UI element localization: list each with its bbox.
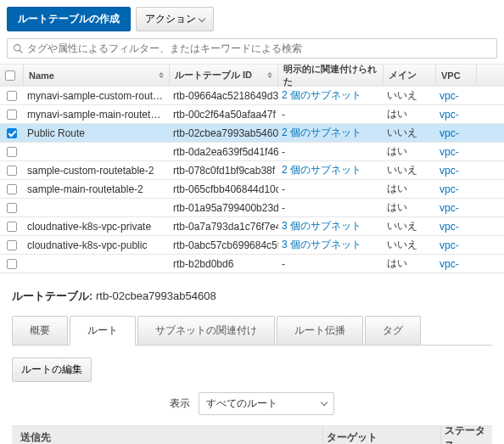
cell-vpc[interactable]: vpc-	[436, 90, 477, 102]
cell-assoc[interactable]: 2 個のサブネット	[278, 163, 384, 177]
cell-main: いいえ	[384, 88, 436, 103]
col-header-destination[interactable]: 送信先	[12, 426, 323, 444]
sort-icon	[267, 72, 272, 78]
table-row[interactable]: cloudnative-k8s-vpc-publicrtb-0abc57cb69…	[0, 236, 504, 255]
cell-vpc[interactable]: vpc-	[436, 258, 477, 270]
table-row[interactable]: Public Routertb-02cbea7993ab546082 個のサブネ…	[0, 124, 504, 143]
select-all-checkbox[interactable]	[5, 70, 15, 81]
cell-id: rtb-0a7a793da1c76f7e4	[170, 221, 278, 233]
grid-header-row: Name ルートテーブル ID 明示的に関連付けられた メイン VPC	[0, 65, 504, 87]
tab-subnet-assoc[interactable]: サブネットの関連付け	[137, 316, 275, 345]
details-panel: ルートテーブル: rtb-02cbea7993ab54608 概要 ルート サブ…	[0, 273, 504, 444]
cell-main: いいえ	[384, 126, 436, 140]
cell-id: rtb-00c2f64a50afaa47f	[170, 109, 278, 121]
cell-name: cloudnative-k8s-vpc-private	[24, 221, 170, 233]
row-checkbox[interactable]	[7, 91, 17, 101]
table-row[interactable]: sample-main-routetable-2rtb-065cfbb40684…	[0, 180, 504, 199]
routes-header-row: 送信先 ターゲット ステータス	[12, 426, 492, 444]
row-checkbox[interactable]	[7, 128, 17, 138]
col-header-target[interactable]: ターゲット	[323, 426, 441, 444]
cell-assoc[interactable]: 2 個のサブネット	[278, 126, 384, 140]
route-tables-grid: Name ルートテーブル ID 明示的に関連付けられた メイン VPC myna…	[0, 64, 504, 273]
create-route-table-button[interactable]: ルートテーブルの作成	[7, 7, 131, 31]
actions-label: アクション	[145, 12, 196, 26]
col-header-main[interactable]: メイン	[384, 65, 436, 86]
row-checkbox[interactable]	[7, 259, 17, 269]
cell-assoc[interactable]: 3 個のサブネット	[278, 238, 384, 252]
cell-assoc[interactable]: 3 個のサブネット	[278, 219, 384, 233]
cell-assoc: -	[278, 146, 384, 158]
cell-id: rtb-078c0fd1bf9cab38f	[170, 165, 278, 177]
cell-main: はい	[384, 144, 436, 159]
select-all-cell	[0, 65, 24, 86]
tab-route-prop[interactable]: ルート伝播	[277, 316, 363, 345]
cell-id: rtb-01a95a799400b23db	[170, 202, 278, 214]
chevron-down-icon	[321, 399, 328, 406]
cell-assoc: -	[278, 202, 384, 214]
cell-main: はい	[384, 200, 436, 215]
table-row[interactable]: mynavi-sample-main-routetablertb-00c2f64…	[0, 105, 504, 124]
table-row[interactable]: cloudnative-k8s-vpc-privatertb-0a7a793da…	[0, 217, 504, 236]
row-checkbox[interactable]	[7, 184, 17, 194]
edit-routes-button[interactable]: ルートの編集	[12, 357, 92, 382]
row-checkbox[interactable]	[7, 240, 17, 250]
chevron-down-icon	[199, 14, 205, 21]
col-header-status[interactable]: ステータス	[441, 426, 492, 444]
cell-id: rtb-065cfbb406844d10c	[170, 183, 278, 195]
cell-main: はい	[384, 107, 436, 121]
cell-name: sample-main-routetable-2	[24, 183, 170, 195]
row-checkbox[interactable]	[7, 110, 17, 120]
col-header-vpc[interactable]: VPC	[436, 65, 477, 86]
cell-name: Public Route	[24, 127, 170, 139]
cell-id: rtb-0abc57cb699684c5f	[170, 239, 278, 251]
actions-dropdown-button[interactable]: アクション	[136, 7, 214, 31]
cell-vpc[interactable]: vpc-	[436, 202, 477, 214]
cell-vpc[interactable]: vpc-	[436, 221, 477, 233]
tab-routes[interactable]: ルート	[70, 316, 136, 346]
row-checkbox[interactable]	[7, 147, 17, 157]
cell-vpc[interactable]: vpc-	[436, 239, 477, 251]
cell-vpc[interactable]: vpc-	[436, 165, 477, 177]
cell-vpc[interactable]: vpc-	[436, 183, 477, 195]
cell-assoc: -	[278, 258, 384, 270]
cell-name: sample-custom-routetable-2	[24, 165, 170, 177]
svg-point-0	[14, 44, 20, 50]
cell-main: はい	[384, 182, 436, 196]
table-row[interactable]: rtb-01a95a799400b23db-はいvpc-	[0, 199, 504, 217]
cell-id: rtb-0da2ea639f5d41f46	[170, 146, 278, 158]
display-label: 表示	[170, 396, 190, 411]
cell-vpc[interactable]: vpc-	[436, 127, 477, 139]
table-row[interactable]: rtb-0da2ea639f5d41f46-はいvpc-	[0, 143, 504, 161]
col-header-assoc[interactable]: 明示的に関連付けられた	[278, 65, 384, 86]
table-row[interactable]: rtb-b2bd0bd6-はいvpc-	[0, 255, 504, 273]
sort-icon	[159, 72, 164, 78]
cell-assoc: -	[278, 109, 384, 121]
cell-main: いいえ	[384, 219, 436, 233]
row-checkbox[interactable]	[7, 222, 17, 232]
display-filter-select[interactable]: すべてのルート	[199, 392, 334, 415]
cell-vpc[interactable]: vpc-	[436, 146, 477, 158]
col-header-name[interactable]: Name	[24, 65, 170, 86]
routes-table: 送信先 ターゲット ステータス 172.100.0.0/16localactiv…	[12, 425, 492, 444]
cell-id: rtb-09664ac5218649d3b	[170, 90, 278, 102]
tab-tags[interactable]: タグ	[365, 316, 421, 345]
svg-line-1	[20, 50, 22, 53]
search-icon	[13, 43, 24, 54]
tab-summary[interactable]: 概要	[12, 316, 68, 345]
col-header-id[interactable]: ルートテーブル ID	[170, 65, 278, 86]
cell-assoc: -	[278, 183, 384, 195]
cell-name: mynavi-sample-custom-routetable	[24, 90, 170, 102]
table-row[interactable]: sample-custom-routetable-2rtb-078c0fd1bf…	[0, 161, 504, 180]
cell-main: はい	[384, 256, 436, 271]
row-checkbox[interactable]	[7, 166, 17, 176]
cell-vpc[interactable]: vpc-	[436, 109, 477, 121]
details-title: ルートテーブル: rtb-02cbea7993ab54608	[12, 289, 492, 304]
cell-name: mynavi-sample-main-routetable	[24, 109, 170, 121]
filter-search-box[interactable]	[7, 38, 497, 59]
cell-assoc[interactable]: 2 個のサブネット	[278, 88, 384, 103]
search-input[interactable]	[27, 42, 491, 54]
display-filter-value: すべてのルート	[206, 396, 277, 411]
cell-main: いいえ	[384, 163, 436, 177]
table-row[interactable]: mynavi-sample-custom-routetablertb-09664…	[0, 87, 504, 105]
row-checkbox[interactable]	[7, 203, 17, 213]
